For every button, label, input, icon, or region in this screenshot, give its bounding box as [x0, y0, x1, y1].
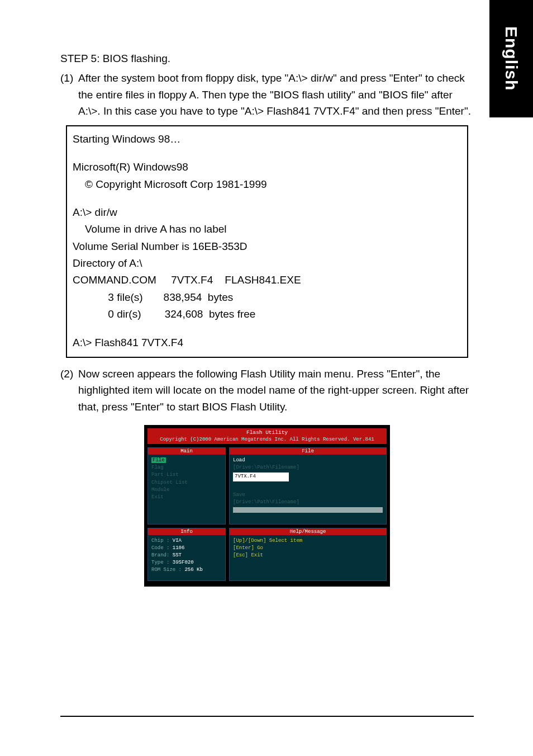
flash-title: Flash Utility: [150, 429, 384, 436]
flash-bottom-panels: Info Chip : VIA Code : 1106 Brand: SST T…: [147, 528, 387, 581]
para2-text: Now screen appears the following Flash U…: [78, 366, 474, 415]
dos-line: Directory of A:\: [73, 255, 461, 272]
para2-num: (2): [60, 366, 78, 415]
file-panel: File Load [Drive:\Path\Filename] 7VTX.F4…: [229, 447, 387, 524]
language-label: English: [502, 26, 521, 91]
main-panel: Main File Flag Part List Chipset List Mo…: [147, 447, 226, 524]
menu-module[interactable]: Module: [151, 486, 222, 494]
dos-line: Microsoft(R) Windows98: [73, 159, 461, 176]
dos-line: © Copyright Microsoft Corp 1981-1999: [73, 176, 461, 193]
flash-copyright: Copyright (C)2000 American Megatrends In…: [150, 437, 384, 443]
language-tab: English: [489, 0, 533, 117]
para1-num: (1): [60, 70, 78, 119]
help-line: [Enter] Go: [233, 545, 383, 552]
load-label: Load: [233, 457, 383, 464]
flash-utility-screenshot: Flash Utility Copyright (C)2000 American…: [60, 425, 474, 587]
menu-file[interactable]: File: [151, 457, 166, 463]
load-hint: [Drive:\Path\Filename]: [233, 464, 383, 471]
dos-line: Volume Serial Number is 16EB-353D: [73, 238, 461, 255]
info-panel-body: Chip : VIA Code : 1106 Brand: SST Type :…: [148, 535, 225, 580]
menu-chipsetlist[interactable]: Chipset List: [151, 479, 222, 486]
dos-line: 3 file(s) 838,954 bytes: [73, 289, 461, 306]
info-panel-head: Info: [148, 528, 225, 535]
dos-output-box: Starting Windows 98… Microsoft(R) Window…: [66, 125, 468, 358]
menu-exit[interactable]: Exit: [151, 494, 222, 501]
load-filename-input[interactable]: 7VTX.F4: [233, 472, 289, 481]
paragraph-1: (1) After the system boot from floppy di…: [60, 70, 474, 119]
step-heading: STEP 5: BIOS flashing.: [60, 50, 474, 67]
paragraph-2: (2) Now screen appears the following Fla…: [60, 366, 474, 415]
dos-line: Volume in drive A has no label: [73, 221, 461, 238]
page-content: STEP 5: BIOS flashing. (1) After the sys…: [60, 50, 474, 587]
menu-flag[interactable]: Flag: [151, 464, 222, 471]
help-panel: Help/Message [Up]/[Down] Select item [En…: [229, 528, 387, 581]
help-panel-head: Help/Message: [230, 528, 386, 535]
page-footer-rule: [60, 716, 474, 717]
help-line: [Up]/[Down] Select item: [233, 537, 383, 545]
file-panel-head: File: [230, 448, 386, 455]
dos-line: A:\> dir/w: [73, 204, 461, 221]
dos-line: A:\> Flash841 7VTX.F4: [73, 334, 461, 351]
main-panel-head: Main: [148, 448, 225, 455]
main-panel-body: File Flag Part List Chipset List Module …: [148, 455, 225, 512]
para1-text: After the system boot from floppy disk, …: [78, 70, 474, 119]
file-panel-body: Load [Drive:\Path\Filename] 7VTX.F4 Save…: [230, 455, 386, 523]
save-filename-input[interactable]: [233, 507, 383, 513]
help-panel-body: [Up]/[Down] Select item [Enter] Go [Esc]…: [230, 535, 386, 566]
dos-line: Starting Windows 98…: [73, 131, 461, 148]
flash-utility-window: Flash Utility Copyright (C)2000 American…: [144, 425, 390, 587]
flash-titlebar: Flash Utility Copyright (C)2000 American…: [147, 428, 387, 444]
menu-partlist[interactable]: Part List: [151, 471, 222, 479]
dos-line: 0 dir(s) 324,608 bytes free: [73, 306, 461, 323]
dos-line: COMMAND.COM 7VTX.F4 FLASH841.EXE: [73, 272, 461, 289]
info-panel: Info Chip : VIA Code : 1106 Brand: SST T…: [147, 528, 226, 581]
flash-top-panels: Main File Flag Part List Chipset List Mo…: [147, 447, 387, 524]
save-hint: [Drive:\Path\Filename]: [233, 499, 383, 506]
save-label: Save: [233, 492, 383, 499]
help-line: [Esc] Exit: [233, 552, 383, 559]
